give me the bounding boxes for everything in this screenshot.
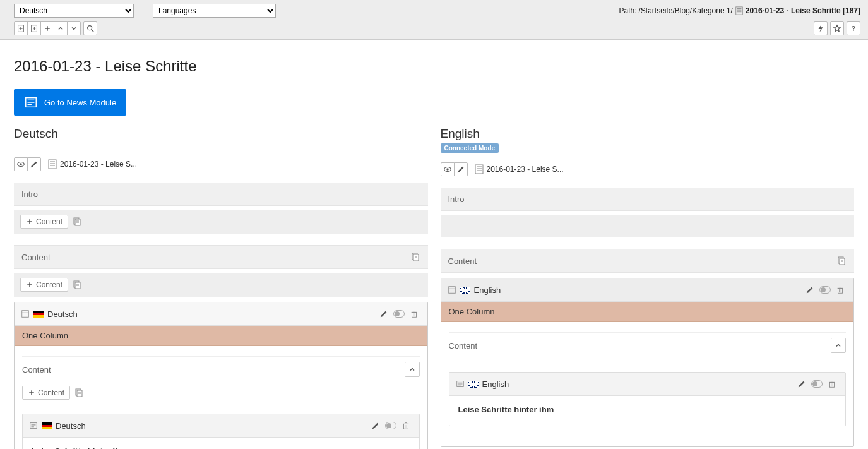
connected-mode-badge: Connected Mode [441,143,499,153]
path-segments[interactable]: /Startseite/Blog/Kategorie 1/ [638,6,732,15]
section-content: Content [14,245,428,269]
add-content-button[interactable]: Content [22,386,70,400]
document-icon [735,6,744,15]
paste-icon[interactable] [410,252,420,262]
toggle-icon[interactable] [384,419,398,432]
view-record-button[interactable] [14,157,28,171]
text-element-en: English Leise Schritte hinter ihm [449,372,847,426]
column-en: English Connected Mode 2016-01-23 - Leis… [441,127,855,449]
up-icon[interactable] [54,21,68,35]
content-panel-en: English One Column Content [441,278,855,447]
path-label: Path: [619,6,636,15]
text-icon [29,421,38,430]
add-content-button[interactable]: Content [20,215,68,229]
inner-lang-label: Deutsch [56,421,86,431]
plus-icon [28,389,35,397]
content-panel-de: Deutsch One Column Content [14,302,428,449]
topbar: Deutsch Languages Path: /Startseite/Blog… [0,0,868,40]
flag-de-icon [33,311,44,318]
panel-lang-label: Deutsch [47,309,78,319]
plus-icon [26,281,33,289]
paste-icon[interactable] [72,217,82,227]
delete-icon[interactable] [399,419,413,432]
column-heading-en: English [441,127,855,141]
edit-icon[interactable] [369,419,383,432]
record-title[interactable]: 2016-01-23 - Leise S... [60,160,137,169]
delete-icon[interactable] [833,284,847,296]
search-button[interactable] [83,21,97,35]
section-intro: Intro [14,183,428,206]
collapse-button[interactable] [405,362,420,377]
news-icon [24,95,38,109]
language-select[interactable]: Deutsch [14,4,134,18]
column-de: Deutsch 2016-01-23 - Leise S... Intro Co… [14,127,428,449]
edit-record-button[interactable] [454,162,468,176]
mode-select[interactable]: Languages [153,4,276,18]
paste-icon[interactable] [74,388,84,398]
document-icon [474,164,484,174]
body-text: Leise Schritte hinter ihm [23,438,419,449]
add-content-button[interactable]: Content [20,278,68,292]
layout-icon [21,309,30,318]
edit-icon[interactable] [377,308,391,320]
edit-icon[interactable] [795,378,809,390]
toggle-icon[interactable] [392,308,406,320]
document-icon [47,159,57,169]
panel-lang-label: English [474,285,501,295]
toggle-icon[interactable] [810,378,824,390]
paste-icon[interactable] [72,280,82,290]
toggle-icon[interactable] [818,284,832,296]
cache-icon[interactable] [814,21,828,35]
page-title: 2016-01-23 - Leise Schritte [14,57,854,75]
text-icon [456,380,465,388]
add-icon[interactable] [40,21,54,35]
text-element-de: Deutsch Leise Schritte hinter ihm [22,414,420,449]
plus-icon [26,218,33,225]
flag-de-icon [42,422,52,429]
edit-page-icon[interactable] [27,21,41,35]
content-sub-label: Content [449,341,478,350]
paste-icon[interactable] [836,256,847,266]
bookmark-icon[interactable] [830,21,844,35]
layout-icon [448,285,456,294]
path-current: 2016-01-23 - Leise Schritte [187] [746,6,860,15]
edit-record-button[interactable] [27,157,41,171]
delete-icon[interactable] [825,378,839,390]
section-content: Content [441,249,855,273]
one-column-header: One Column [441,302,854,322]
one-column-header: One Column [15,326,427,346]
column-heading-de: Deutsch [14,127,428,141]
new-page-icon[interactable] [14,21,28,35]
inner-lang-label: English [482,380,509,389]
breadcrumb: Path: /Startseite/Blog/Kategorie 1/ 2016… [619,6,860,15]
delete-icon[interactable] [407,308,421,320]
record-title[interactable]: 2016-01-23 - Leise S... [487,165,564,174]
edit-icon[interactable] [803,284,817,296]
collapse-button[interactable] [831,338,846,353]
section-intro: Intro [441,188,855,211]
body-text: Leise Schritte hinter ihm [449,396,846,426]
down-icon[interactable] [67,21,81,35]
flag-en-icon [460,287,470,294]
go-to-news-button[interactable]: Go to News Module [14,89,126,116]
help-icon[interactable] [847,21,860,35]
flag-en-icon [468,381,479,388]
view-record-button[interactable] [441,162,455,176]
content-sub-label: Content [22,365,51,374]
